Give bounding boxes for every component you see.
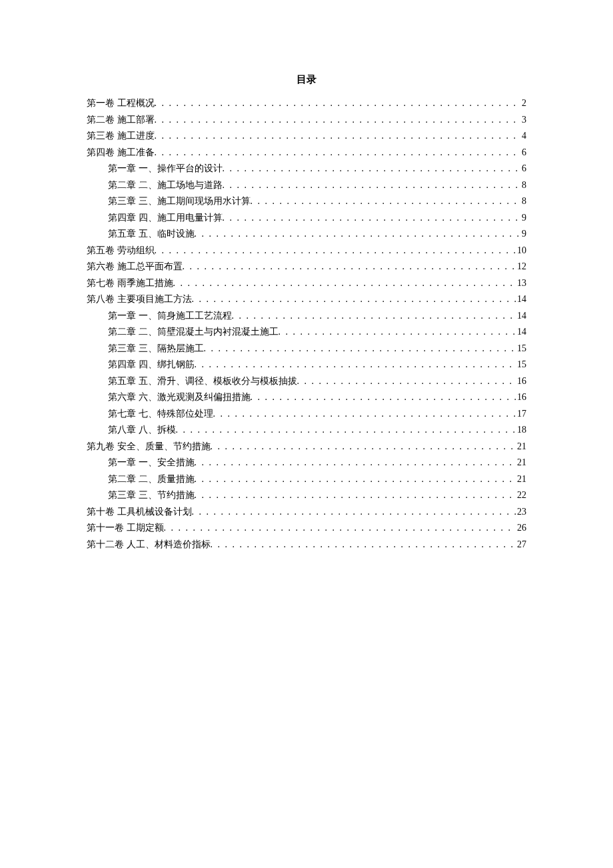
toc-entry-page: 15 (516, 341, 526, 357)
toc-entry-leader (223, 177, 521, 194)
toc-entry-label: 第五章 五、滑升、调径、模板收分与模板抽拔 (108, 373, 297, 390)
toc-entry-page: 16 (516, 389, 526, 406)
toc-entry-leader (204, 341, 516, 357)
toc-entry-page: 17 (516, 406, 526, 423)
toc-entry: 第四卷 施工准备6 (87, 145, 526, 161)
toc-entry-leader (164, 520, 516, 537)
toc-entry-leader (176, 422, 516, 439)
toc-entry-label: 第五卷 劳动组织 (87, 243, 155, 259)
toc-entry-leader (223, 210, 521, 227)
toc-entry: 第七卷 雨季施工措施13 (87, 275, 526, 292)
toc-entry-leader (213, 406, 516, 423)
toc-entry: 第四章 四、绑扎钢筋15 (87, 357, 526, 373)
toc-entry-page: 3 (520, 112, 526, 129)
toc-entry-page: 21 (516, 455, 526, 471)
toc-entry-label: 第六卷 施工总平面布置 (87, 259, 183, 275)
toc-entry: 第六章 六、激光观测及纠偏扭措施16 (87, 389, 526, 406)
toc-entry-label: 第二卷 施工部署 (87, 112, 155, 129)
toc-entry: 第二章 二、施工场地与道路8 (87, 177, 526, 194)
toc-entry-leader (195, 455, 516, 471)
toc-entry-label: 第二章 二、施工场地与道路 (108, 177, 223, 194)
toc-entry-leader (223, 161, 521, 177)
toc-entry-page: 16 (516, 373, 526, 390)
toc-entry-page: 18 (516, 422, 526, 439)
toc-entry-label: 第七卷 雨季施工措施 (87, 275, 173, 292)
toc-entry-page: 13 (516, 275, 526, 292)
toc-container: 第一卷 工程概况2第二卷 施工部署3第三卷 施工进度4第四卷 施工准备6第一章 … (87, 95, 526, 553)
toc-entry: 第一章 一、安全措施21 (87, 455, 526, 471)
toc-entry-leader (211, 537, 516, 553)
toc-entry-label: 第五章 五、临时设施 (108, 226, 195, 243)
toc-entry-page: 22 (516, 487, 526, 504)
toc-entry-label: 第四卷 施工准备 (87, 145, 155, 161)
toc-entry: 第三章 三、隔热层施工15 (87, 341, 526, 357)
toc-entry: 第五章 五、临时设施9 (87, 226, 526, 243)
toc-entry-leader (155, 243, 516, 259)
toc-entry: 第五章 五、滑升、调径、模板收分与模板抽拔16 (87, 373, 526, 390)
toc-entry-page: 2 (520, 95, 526, 112)
toc-entry-label: 第七章 七、特殊部位处理 (108, 406, 213, 423)
toc-entry-leader (155, 145, 521, 161)
toc-entry-leader (251, 389, 516, 406)
toc-entry-label: 第二章 二、筒壁混凝土与内衬混凝土施工 (108, 324, 279, 341)
toc-entry-leader (155, 95, 521, 112)
toc-entry-page: 21 (516, 471, 526, 488)
toc-entry: 第一章 一、筒身施工工艺流程14 (87, 308, 526, 325)
toc-entry-leader (195, 471, 516, 488)
toc-entry: 第三章 三、施工期间现场用水计算8 (87, 193, 526, 210)
toc-entry-label: 第一卷 工程概况 (87, 95, 155, 112)
toc-title: 目录 (87, 73, 526, 86)
toc-entry-label: 第一章 一、安全措施 (108, 455, 195, 471)
toc-entry-label: 第九卷 安全、质量、节约措施 (87, 439, 211, 455)
toc-entry-leader (297, 373, 516, 390)
toc-entry-label: 第六章 六、激光观测及纠偏扭措施 (108, 389, 251, 406)
toc-entry-leader (155, 112, 521, 129)
toc-entry-page: 14 (516, 291, 526, 308)
toc-entry: 第十二卷 人工、材料造价指标27 (87, 537, 526, 553)
toc-entry-label: 第十卷 工具机械设备计划 (87, 504, 192, 521)
toc-entry: 第七章 七、特殊部位处理17 (87, 406, 526, 423)
toc-entry: 第一章 一、操作平台的设计6 (87, 161, 526, 177)
toc-entry: 第八章 八、拆模18 (87, 422, 526, 439)
toc-entry-page: 8 (520, 177, 526, 194)
toc-entry-label: 第八卷 主要项目施工方法 (87, 291, 192, 308)
toc-entry: 第二章 二、筒壁混凝土与内衬混凝土施工14 (87, 324, 526, 341)
toc-entry-page: 12 (516, 259, 526, 275)
toc-entry-page: 27 (516, 537, 526, 553)
toc-entry: 第一卷 工程概况2 (87, 95, 526, 112)
toc-entry: 第三卷 施工进度4 (87, 128, 526, 145)
toc-entry-label: 第十二卷 人工、材料造价指标 (87, 537, 211, 553)
toc-entry-label: 第八章 八、拆模 (108, 422, 176, 439)
toc-entry-label: 第三卷 施工进度 (87, 128, 155, 145)
toc-entry-label: 第一章 一、操作平台的设计 (108, 161, 223, 177)
toc-entry: 第八卷 主要项目施工方法14 (87, 291, 526, 308)
toc-entry-leader (183, 259, 516, 275)
toc-entry-label: 第二章 二、质量措施 (108, 471, 195, 488)
toc-entry-label: 第十一卷 工期定额 (87, 520, 164, 537)
toc-entry-page: 10 (516, 243, 526, 259)
toc-entry-page: 6 (520, 145, 526, 161)
toc-entry-label: 第三章 三、隔热层施工 (108, 341, 204, 357)
toc-entry-page: 9 (520, 226, 526, 243)
toc-entry-page: 15 (516, 357, 526, 373)
toc-entry-leader (155, 128, 521, 145)
toc-entry-page: 9 (520, 210, 526, 227)
toc-entry: 第五卷 劳动组织10 (87, 243, 526, 259)
toc-entry: 第三章 三、节约措施22 (87, 487, 526, 504)
toc-entry-leader (192, 291, 516, 308)
toc-entry: 第二卷 施工部署3 (87, 112, 526, 129)
toc-entry: 第十卷 工具机械设备计划23 (87, 504, 526, 521)
toc-entry-leader (173, 275, 516, 292)
toc-entry-label: 第四章 四、绑扎钢筋 (108, 357, 195, 373)
toc-entry-page: 21 (516, 439, 526, 455)
toc-entry-label: 第三章 三、施工期间现场用水计算 (108, 193, 251, 210)
toc-entry-page: 14 (516, 308, 526, 325)
toc-entry: 第二章 二、质量措施21 (87, 471, 526, 488)
toc-entry-leader (192, 504, 516, 521)
toc-entry-leader (232, 308, 516, 325)
toc-entry-label: 第四章 四、施工用电量计算 (108, 210, 223, 227)
toc-entry-page: 6 (520, 161, 526, 177)
toc-entry-page: 4 (520, 128, 526, 145)
toc-entry-page: 26 (516, 520, 526, 537)
toc-entry: 第四章 四、施工用电量计算9 (87, 210, 526, 227)
